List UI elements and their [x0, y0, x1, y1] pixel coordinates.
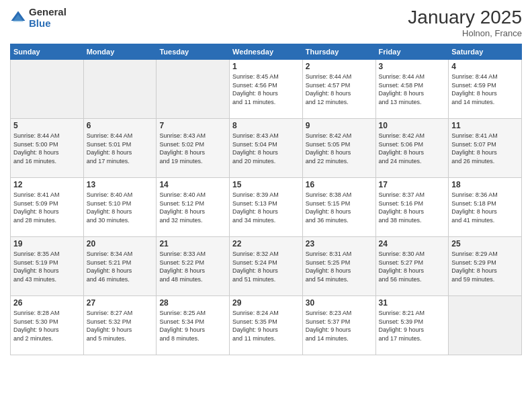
logo-blue-text: Blue	[29, 18, 66, 30]
day-number: 31	[379, 298, 446, 308]
logo: General Blue	[10, 7, 66, 29]
day-number: 12	[13, 180, 81, 189]
day-number: 22	[232, 239, 300, 248]
day-number: 19	[13, 239, 81, 248]
day-number: 26	[13, 298, 81, 308]
day-number: 18	[451, 180, 519, 189]
table-row: 19Sunrise: 8:35 AM Sunset: 5:19 PM Dayli…	[11, 237, 84, 296]
day-info: Sunrise: 8:27 AM Sunset: 5:32 PM Dayligh…	[87, 309, 154, 342]
table-row: 9Sunrise: 8:42 AM Sunset: 5:05 PM Daylig…	[302, 119, 375, 178]
table-row: 17Sunrise: 8:37 AM Sunset: 5:16 PM Dayli…	[375, 178, 449, 237]
week-row-2: 5Sunrise: 8:44 AM Sunset: 5:00 PM Daylig…	[11, 119, 522, 178]
day-info: Sunrise: 8:28 AM Sunset: 5:30 PM Dayligh…	[13, 309, 81, 342]
day-number: 27	[87, 298, 154, 308]
day-number: 5	[13, 121, 81, 130]
day-info: Sunrise: 8:42 AM Sunset: 5:05 PM Dayligh…	[306, 132, 373, 165]
day-number: 24	[379, 239, 446, 248]
day-info: Sunrise: 8:35 AM Sunset: 5:19 PM Dayligh…	[13, 250, 81, 283]
day-number: 29	[232, 298, 300, 308]
table-row: 28Sunrise: 8:25 AM Sunset: 5:34 PM Dayli…	[157, 296, 230, 355]
day-info: Sunrise: 8:40 AM Sunset: 5:12 PM Dayligh…	[159, 191, 226, 224]
table-row: 27Sunrise: 8:27 AM Sunset: 5:32 PM Dayli…	[83, 296, 157, 355]
table-row: 12Sunrise: 8:41 AM Sunset: 5:09 PM Dayli…	[11, 178, 84, 237]
day-info: Sunrise: 8:37 AM Sunset: 5:16 PM Dayligh…	[379, 191, 446, 224]
table-row: 4Sunrise: 8:44 AM Sunset: 4:59 PM Daylig…	[449, 60, 522, 119]
day-number: 14	[159, 180, 226, 189]
table-row: 16Sunrise: 8:38 AM Sunset: 5:15 PM Dayli…	[302, 178, 375, 237]
title-block: January 2025 Holnon, France	[408, 7, 522, 38]
table-row: 22Sunrise: 8:32 AM Sunset: 5:24 PM Dayli…	[230, 237, 303, 296]
day-number: 2	[306, 62, 373, 71]
day-info: Sunrise: 8:38 AM Sunset: 5:15 PM Dayligh…	[306, 191, 373, 224]
day-number: 30	[306, 298, 373, 308]
day-number: 23	[306, 239, 373, 248]
day-info: Sunrise: 8:44 AM Sunset: 5:01 PM Dayligh…	[87, 132, 154, 165]
day-info: Sunrise: 8:32 AM Sunset: 5:24 PM Dayligh…	[232, 250, 300, 283]
day-info: Sunrise: 8:43 AM Sunset: 5:02 PM Dayligh…	[159, 132, 226, 165]
day-info: Sunrise: 8:31 AM Sunset: 5:25 PM Dayligh…	[306, 250, 373, 283]
table-row: 20Sunrise: 8:34 AM Sunset: 5:21 PM Dayli…	[83, 237, 157, 296]
col-tuesday: Tuesday	[157, 44, 230, 60]
day-info: Sunrise: 8:44 AM Sunset: 4:59 PM Dayligh…	[451, 73, 519, 106]
calendar-header-row: Sunday Monday Tuesday Wednesday Thursday…	[11, 44, 522, 60]
day-info: Sunrise: 8:45 AM Sunset: 4:56 PM Dayligh…	[232, 73, 300, 106]
table-row: 10Sunrise: 8:42 AM Sunset: 5:06 PM Dayli…	[375, 119, 449, 178]
location: Holnon, France	[408, 28, 522, 38]
col-monday: Monday	[83, 44, 157, 60]
col-saturday: Saturday	[449, 44, 522, 60]
day-number: 25	[451, 239, 519, 248]
day-info: Sunrise: 8:41 AM Sunset: 5:09 PM Dayligh…	[13, 191, 81, 224]
table-row: 18Sunrise: 8:36 AM Sunset: 5:18 PM Dayli…	[449, 178, 522, 237]
table-row	[11, 60, 84, 119]
table-row: 23Sunrise: 8:31 AM Sunset: 5:25 PM Dayli…	[302, 237, 375, 296]
day-info: Sunrise: 8:21 AM Sunset: 5:39 PM Dayligh…	[379, 309, 446, 342]
table-row	[449, 296, 522, 355]
table-row: 8Sunrise: 8:43 AM Sunset: 5:04 PM Daylig…	[230, 119, 303, 178]
week-row-4: 19Sunrise: 8:35 AM Sunset: 5:19 PM Dayli…	[11, 237, 522, 296]
header: General Blue January 2025 Holnon, France	[10, 7, 522, 38]
day-info: Sunrise: 8:44 AM Sunset: 5:00 PM Dayligh…	[13, 132, 81, 165]
col-wednesday: Wednesday	[230, 44, 303, 60]
day-info: Sunrise: 8:25 AM Sunset: 5:34 PM Dayligh…	[159, 309, 226, 342]
day-number: 8	[232, 121, 300, 130]
table-row: 30Sunrise: 8:23 AM Sunset: 5:37 PM Dayli…	[302, 296, 375, 355]
table-row: 13Sunrise: 8:40 AM Sunset: 5:10 PM Dayli…	[83, 178, 157, 237]
table-row: 7Sunrise: 8:43 AM Sunset: 5:02 PM Daylig…	[157, 119, 230, 178]
day-number: 10	[379, 121, 446, 130]
calendar-table: Sunday Monday Tuesday Wednesday Thursday…	[10, 44, 522, 355]
day-number: 11	[451, 121, 519, 130]
day-info: Sunrise: 8:40 AM Sunset: 5:10 PM Dayligh…	[87, 191, 154, 224]
table-row	[83, 60, 157, 119]
day-info: Sunrise: 8:30 AM Sunset: 5:27 PM Dayligh…	[379, 250, 446, 283]
day-number: 16	[306, 180, 373, 189]
logo-text: General Blue	[29, 7, 66, 29]
logo-general-text: General	[29, 7, 66, 18]
table-row: 29Sunrise: 8:24 AM Sunset: 5:35 PM Dayli…	[230, 296, 303, 355]
col-thursday: Thursday	[302, 44, 375, 60]
table-row: 26Sunrise: 8:28 AM Sunset: 5:30 PM Dayli…	[11, 296, 84, 355]
month-title: January 2025	[408, 7, 522, 28]
table-row: 15Sunrise: 8:39 AM Sunset: 5:13 PM Dayli…	[230, 178, 303, 237]
col-friday: Friday	[375, 44, 449, 60]
day-number: 4	[451, 62, 519, 71]
day-number: 21	[159, 239, 226, 248]
day-info: Sunrise: 8:23 AM Sunset: 5:37 PM Dayligh…	[306, 309, 373, 342]
day-number: 17	[379, 180, 446, 189]
day-info: Sunrise: 8:44 AM Sunset: 4:57 PM Dayligh…	[306, 73, 373, 106]
table-row: 5Sunrise: 8:44 AM Sunset: 5:00 PM Daylig…	[11, 119, 84, 178]
day-info: Sunrise: 8:43 AM Sunset: 5:04 PM Dayligh…	[232, 132, 300, 165]
day-number: 28	[159, 298, 226, 308]
logo-icon	[10, 10, 26, 26]
day-number: 1	[232, 62, 300, 71]
table-row: 31Sunrise: 8:21 AM Sunset: 5:39 PM Dayli…	[375, 296, 449, 355]
week-row-1: 1Sunrise: 8:45 AM Sunset: 4:56 PM Daylig…	[11, 60, 522, 119]
table-row: 21Sunrise: 8:33 AM Sunset: 5:22 PM Dayli…	[157, 237, 230, 296]
day-number: 9	[306, 121, 373, 130]
table-row: 24Sunrise: 8:30 AM Sunset: 5:27 PM Dayli…	[375, 237, 449, 296]
week-row-5: 26Sunrise: 8:28 AM Sunset: 5:30 PM Dayli…	[11, 296, 522, 355]
table-row: 3Sunrise: 8:44 AM Sunset: 4:58 PM Daylig…	[375, 60, 449, 119]
day-info: Sunrise: 8:36 AM Sunset: 5:18 PM Dayligh…	[451, 191, 519, 224]
day-info: Sunrise: 8:42 AM Sunset: 5:06 PM Dayligh…	[379, 132, 446, 165]
table-row: 1Sunrise: 8:45 AM Sunset: 4:56 PM Daylig…	[230, 60, 303, 119]
table-row: 14Sunrise: 8:40 AM Sunset: 5:12 PM Dayli…	[157, 178, 230, 237]
